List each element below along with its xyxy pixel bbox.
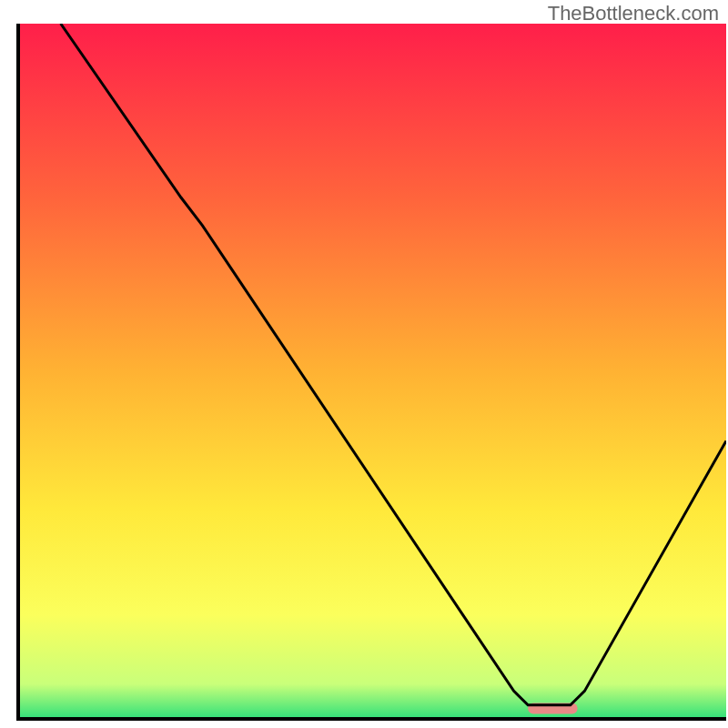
watermark-text: TheBottleneck.com xyxy=(548,2,719,25)
bottleneck-chart xyxy=(0,0,728,728)
plot-area xyxy=(18,24,726,719)
gradient-background xyxy=(18,24,726,719)
chart-container: TheBottleneck.com xyxy=(0,0,728,728)
